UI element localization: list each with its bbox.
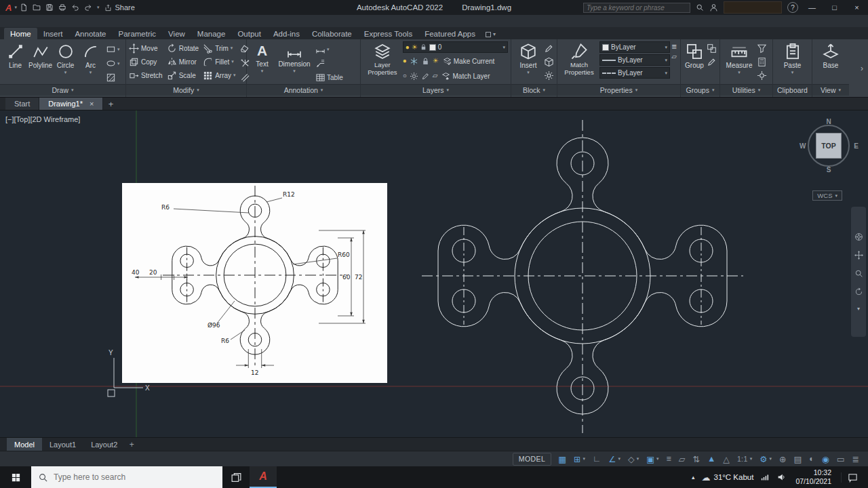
- text-button[interactable]: A Text ▾: [250, 41, 275, 84]
- measure-button[interactable]: Measure ▾: [723, 41, 755, 84]
- search-icon[interactable]: [696, 3, 704, 12]
- ortho-mode-icon[interactable]: ∟: [589, 453, 604, 466]
- clock[interactable]: 10:32 07/10/2021: [793, 468, 834, 486]
- menu-item[interactable]: [118, 15, 127, 27]
- account-area[interactable]: [724, 1, 782, 14]
- trim-button[interactable]: Trim▾: [203, 43, 235, 54]
- layer-off-icon[interactable]: ●: [403, 58, 407, 64]
- save-icon[interactable]: [45, 3, 54, 12]
- polar-tracking-icon[interactable]: ∠ ▾: [605, 453, 624, 466]
- layer-isolate-icon[interactable]: ☀: [433, 58, 439, 64]
- menu-item[interactable]: [99, 15, 108, 27]
- minimize-button[interactable]: —: [804, 1, 821, 14]
- annotation-panel-label[interactable]: Annotation▾: [247, 84, 360, 96]
- menu-item[interactable]: [33, 15, 42, 27]
- network-icon[interactable]: [760, 472, 770, 482]
- sign-in-icon[interactable]: [709, 3, 718, 12]
- zoom-icon[interactable]: [854, 269, 863, 278]
- navigation-wheel-icon[interactable]: [854, 232, 863, 241]
- base-view-button[interactable]: Base: [817, 41, 844, 84]
- menu-item[interactable]: [52, 15, 61, 27]
- match-layer-button[interactable]: Match Layer: [441, 72, 490, 81]
- clipboard-panel-label[interactable]: Clipboard: [773, 84, 812, 96]
- tray-expand-icon[interactable]: ▴: [692, 474, 695, 481]
- make-current-button[interactable]: Make Current: [443, 57, 495, 66]
- utilities-panel-label[interactable]: Utilities▾: [720, 84, 772, 96]
- new-layout-button[interactable]: +: [125, 438, 138, 451]
- viewcube[interactable]: N S W E TOP: [802, 119, 856, 173]
- isolate-objects-icon[interactable]: ◐: [806, 453, 818, 466]
- transparency-icon[interactable]: ▱: [671, 54, 677, 60]
- annotation-scale-button[interactable]: 1:1 ▾: [734, 453, 755, 466]
- menu-item[interactable]: [61, 15, 71, 27]
- grid-display-icon[interactable]: ▦: [555, 453, 570, 466]
- help-icon[interactable]: ?: [787, 2, 798, 13]
- layer-unisolate-icon[interactable]: ○: [403, 73, 407, 79]
- ellipse-button[interactable]: ▾: [104, 57, 121, 70]
- modify-panel-label[interactable]: Modify▾: [126, 84, 246, 96]
- tab-collaborate[interactable]: Collaborate: [306, 28, 358, 39]
- quick-select-icon[interactable]: [757, 43, 767, 54]
- customization-icon[interactable]: ≣: [849, 453, 863, 466]
- taskbar-autocad-button[interactable]: A: [250, 466, 277, 488]
- dimension-button[interactable]: Dimension ▾: [276, 41, 313, 84]
- task-view-button[interactable]: [222, 466, 250, 488]
- new-drawing-icon[interactable]: [20, 3, 28, 12]
- clean-screen-icon[interactable]: ▭: [833, 453, 848, 466]
- file-tab-start[interactable]: Start: [5, 98, 39, 110]
- lineweight-icon[interactable]: ≡: [663, 453, 674, 466]
- block-attributes-icon[interactable]: [544, 70, 554, 81]
- redo-icon[interactable]: [84, 3, 92, 12]
- stretch-button[interactable]: Stretch: [129, 70, 163, 81]
- viewcube-west[interactable]: W: [800, 142, 806, 150]
- move-button[interactable]: Move: [129, 43, 163, 54]
- circle-button[interactable]: Circle ▾: [53, 41, 78, 84]
- menu-item[interactable]: [4, 15, 14, 27]
- navbar-menu-icon[interactable]: ▾: [857, 306, 860, 312]
- open-icon[interactable]: [33, 3, 41, 12]
- menu-item[interactable]: [108, 15, 118, 27]
- wcs-selector[interactable]: WCS▾: [812, 190, 842, 201]
- annotation-monitor-icon[interactable]: ⊕: [776, 453, 789, 466]
- graphics-performance-icon[interactable]: ◉: [818, 453, 833, 466]
- pan-icon[interactable]: [854, 251, 863, 260]
- lineweight-dropdown[interactable]: ByLayer ▾: [599, 54, 670, 66]
- layout2-tab[interactable]: Layout2: [83, 438, 125, 451]
- weather-widget[interactable]: ☁ 31°C Kabut: [701, 472, 753, 483]
- snap-mode-icon[interactable]: ⊞ ▾: [570, 453, 589, 466]
- menu-item[interactable]: [42, 15, 52, 27]
- annotation-visibility-icon[interactable]: ▲: [704, 453, 719, 466]
- arc-button[interactable]: Arc ▾: [78, 41, 103, 84]
- array-button[interactable]: Array▾: [203, 70, 235, 81]
- block-create-icon[interactable]: [544, 57, 554, 67]
- tab-parametric[interactable]: Parametric: [113, 28, 163, 39]
- workspace-switching-icon[interactable]: ⚙ ▾: [756, 453, 775, 466]
- orbit-icon[interactable]: [854, 287, 863, 296]
- taskbar-search[interactable]: [31, 466, 222, 488]
- layers-panel-label[interactable]: Layers▾: [361, 84, 511, 96]
- properties-list-icon[interactable]: ≣: [671, 43, 677, 50]
- isometric-drafting-icon[interactable]: ◇ ▾: [625, 453, 642, 466]
- tab-add-ins[interactable]: Add-ins: [267, 28, 306, 39]
- object-color-dropdown[interactable]: ByLayer ▾: [599, 41, 670, 53]
- keyword-search-input[interactable]: [587, 4, 687, 12]
- layer-properties-button[interactable]: Layer Properties: [363, 41, 401, 84]
- tab-home[interactable]: Home: [4, 28, 37, 39]
- tab-annotate[interactable]: Annotate: [68, 28, 112, 39]
- start-button[interactable]: [0, 466, 31, 488]
- drawing-canvas[interactable]: R12 R6 R60 40 20 60 72 Ø96 R6 12 Y X: [0, 110, 868, 437]
- layer-lock-button[interactable]: [421, 57, 430, 66]
- ribbon-scroll-right-icon[interactable]: ›: [856, 39, 868, 97]
- groups-panel-label[interactable]: Groups▾: [681, 84, 719, 96]
- dimension-style-button[interactable]: ▾: [314, 43, 344, 56]
- viewport-controls[interactable]: [−][Top][2D Wireframe]: [5, 115, 80, 123]
- view-panel-label[interactable]: View▾: [812, 84, 849, 96]
- tab-featured-apps[interactable]: Featured Apps: [418, 28, 481, 39]
- menu-item[interactable]: [80, 15, 90, 27]
- quick-access-dropdown-icon[interactable]: ▾: [97, 5, 100, 10]
- tab-express-tools[interactable]: Express Tools: [358, 28, 418, 39]
- selection-cycling-icon[interactable]: ⇅: [689, 453, 703, 466]
- close-button[interactable]: ×: [848, 1, 865, 14]
- group-edit-icon[interactable]: [707, 57, 717, 67]
- ungroup-icon[interactable]: [707, 43, 717, 54]
